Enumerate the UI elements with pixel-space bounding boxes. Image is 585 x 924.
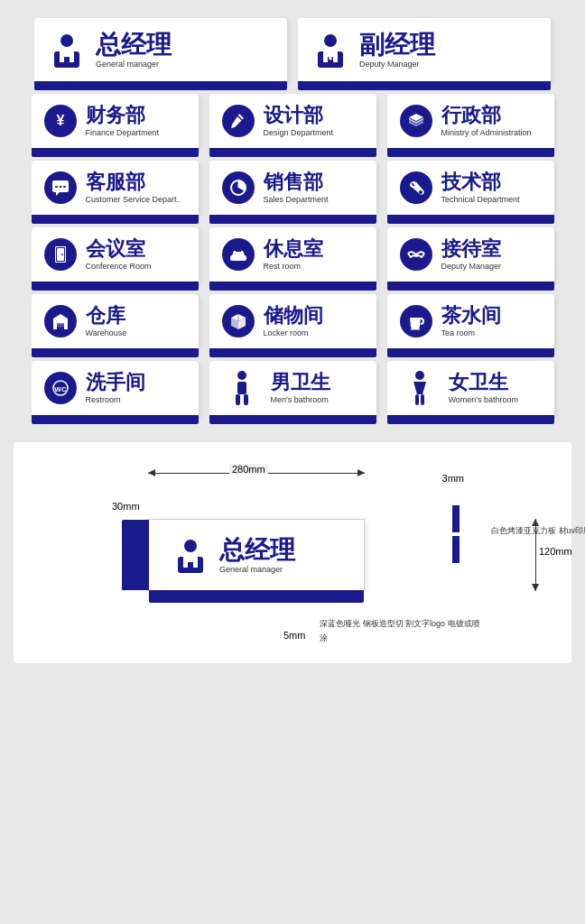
sign-zh-general-manager: 总经理 xyxy=(96,30,172,60)
sign-text-admin: 行政部 Ministry of Administration xyxy=(441,104,532,137)
sign-text-storage: 储物间 Locker room xyxy=(264,304,323,337)
svg-rect-2 xyxy=(60,51,64,62)
sign-reception: 接待室 Deputy Manager xyxy=(387,227,554,282)
row-3: 客服部 Customer Service Depart.. 销售部 Sales … xyxy=(14,161,571,215)
sign-en-restroom: Restroom xyxy=(86,395,145,405)
dim-h-line-top: 280mm xyxy=(148,473,365,474)
sign-womens-bathroom: 女卫生 Women's bathroom xyxy=(387,361,554,415)
row-6: WC 洗手间 Restroom 男卫生 Men's bathroom xyxy=(14,361,571,415)
person2-icon xyxy=(311,30,350,69)
woman-icon xyxy=(400,368,440,408)
sign-en-sales: Sales Department xyxy=(264,195,329,205)
sign-text-mens-bathroom: 男卫生 Men's bathroom xyxy=(271,371,330,404)
sign-zh-finance: 财务部 xyxy=(86,104,160,127)
man-icon xyxy=(222,368,262,408)
dim-small-rect-1 xyxy=(452,505,460,532)
svg-point-5 xyxy=(324,34,337,47)
sign-text-technical: 技术部 Technical Department xyxy=(441,171,520,204)
row-2: ¥ 财务部 Finance Department 设计部 Design Depa… xyxy=(14,94,571,148)
dim-width-label: 280mm xyxy=(229,464,268,475)
svg-point-24 xyxy=(419,190,422,194)
cup-icon xyxy=(400,305,432,337)
sign-customer-service: 客服部 Customer Service Depart.. xyxy=(32,161,199,215)
sign-text-restroom: 洗手间 Restroom xyxy=(86,371,145,404)
dim-left-label: 30mm xyxy=(112,501,140,512)
sign-zh-warehouse: 仓库 xyxy=(86,304,127,328)
svg-rect-7 xyxy=(323,51,328,62)
sign-mens-bathroom: 男卫生 Men's bathroom xyxy=(209,361,376,415)
sign-en-deputy-manager: Deputy Manager xyxy=(359,60,435,69)
piechart-icon xyxy=(222,171,255,204)
sign-en-storage: Locker room xyxy=(264,328,323,338)
sign-zh-mens-bathroom: 男卫生 xyxy=(271,371,330,394)
dim-height-label: 120mm xyxy=(539,546,572,557)
sign-zh-womens-bathroom: 女卫生 xyxy=(449,371,519,394)
sign-zh-customer-service: 客服部 xyxy=(86,171,181,194)
dim-sign-wrapper: 总经理 General manager 白色烤漆亚克力板 材uv印刷文字图案， … xyxy=(148,519,482,591)
dim-arrow-right xyxy=(358,469,365,476)
svg-rect-58 xyxy=(183,557,188,568)
svg-rect-59 xyxy=(193,557,198,568)
sign-zh-rest-room: 休息室 xyxy=(264,237,323,261)
sign-zh-restroom: 洗手间 xyxy=(86,371,145,394)
svg-point-29 xyxy=(61,254,63,255)
sign-technical: 技术部 Technical Department xyxy=(387,161,554,215)
sign-warehouse: 仓库 Warehouse xyxy=(32,294,199,348)
sign-en-warehouse: Warehouse xyxy=(86,328,127,338)
svg-rect-55 xyxy=(421,394,424,405)
sign-sales: 销售部 Sales Department xyxy=(209,161,376,215)
svg-point-53 xyxy=(415,371,424,380)
dim-arrow-down xyxy=(532,584,539,591)
sign-en-rest-room: Rest room xyxy=(264,262,323,272)
pencil-icon xyxy=(222,105,255,137)
svg-rect-31 xyxy=(230,255,234,261)
dim-sign-text: 总经理 General manager xyxy=(219,535,295,575)
handshake-icon xyxy=(400,238,432,271)
sign-text-deputy-manager: 副经理 Deputy Manager xyxy=(359,30,435,69)
sign-en-customer-service: Customer Service Depart.. xyxy=(86,195,181,205)
sign-text-general-manager: 总经理 General manager xyxy=(96,30,172,69)
sign-en-mens-bathroom: Men's bathroom xyxy=(271,395,330,405)
svg-rect-20 xyxy=(59,186,61,188)
dimension-section: 280mm 30mm 总经 xyxy=(14,442,571,663)
sign-zh-reception: 接待室 xyxy=(441,237,502,261)
row-1: 总经理 General manager 副经理 Deputy Manage xyxy=(14,18,571,81)
dim-left-block xyxy=(122,520,149,590)
sign-en-reception: Deputy Manager xyxy=(441,262,502,272)
dim-annotation-2: 深蓝色哑光 钢板造型切 割文字logo 电镀或喷涂 xyxy=(320,616,482,645)
svg-rect-46 xyxy=(411,328,420,330)
svg-rect-50 xyxy=(237,382,246,394)
dim-sign-zh: 总经理 xyxy=(219,535,295,566)
sign-admin: 行政部 Ministry of Administration xyxy=(387,94,554,148)
sign-text-conference: 会议室 Conference Room xyxy=(86,237,152,271)
svg-point-56 xyxy=(184,540,197,552)
svg-rect-8 xyxy=(333,51,338,62)
sign-en-admin: Ministry of Administration xyxy=(441,128,532,138)
sign-text-design: 设计部 Design Department xyxy=(264,104,334,137)
svg-rect-54 xyxy=(415,394,419,405)
svg-rect-19 xyxy=(55,186,58,188)
svg-rect-32 xyxy=(243,255,246,261)
dim-annotation-text-2: 深蓝色哑光 钢板造型切 割文字logo 电镀或喷涂 xyxy=(320,619,480,642)
sign-zh-technical: 技术部 xyxy=(441,171,520,194)
layers-icon xyxy=(400,105,432,137)
sign-text-reception: 接待室 Deputy Manager xyxy=(441,237,502,271)
sign-zh-admin: 行政部 xyxy=(441,104,532,127)
dim-bottom-thickness-label: 5mm xyxy=(283,630,305,641)
sign-restroom: WC 洗手间 Restroom xyxy=(32,361,199,415)
svg-point-49 xyxy=(237,371,246,380)
svg-rect-35 xyxy=(241,251,243,254)
dim-v-line: 120mm xyxy=(535,519,536,591)
row-5: 仓库 Warehouse 储物间 Locker room xyxy=(14,294,571,348)
door-icon xyxy=(44,238,77,271)
sign-general-manager: 总经理 General manager xyxy=(34,18,287,81)
sign-design: 设计部 Design Department xyxy=(209,94,376,148)
svg-rect-60 xyxy=(188,557,193,562)
svg-rect-52 xyxy=(244,394,248,405)
dim-small-rects xyxy=(452,505,460,563)
dim-sign: 总经理 General manager xyxy=(148,519,365,591)
sign-en-tearoom: Tea room xyxy=(441,328,501,338)
wrench-icon xyxy=(400,171,432,204)
sign-conference: 会议室 Conference Room xyxy=(32,227,199,282)
yen-icon: ¥ xyxy=(44,105,77,137)
